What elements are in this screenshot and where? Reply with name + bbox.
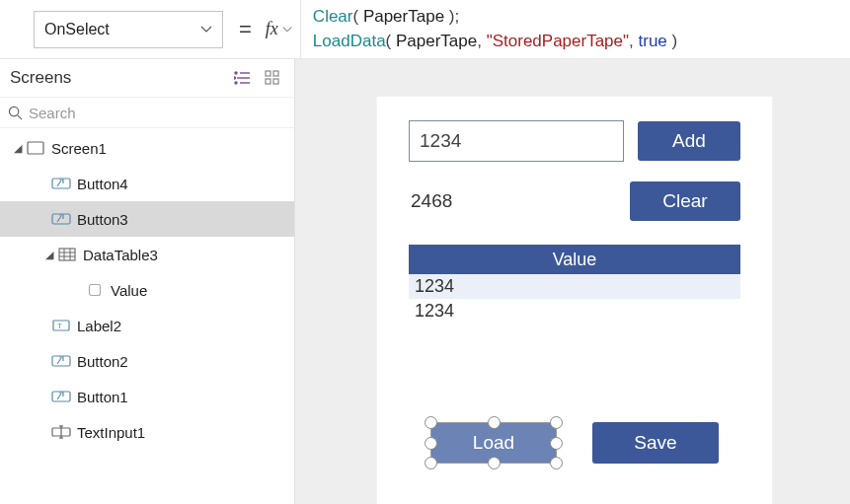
search-input[interactable]	[29, 105, 286, 121]
svg-rect-20	[90, 285, 101, 296]
chevron-down-icon	[200, 24, 212, 36]
collapse-icon[interactable]: ◢	[10, 142, 26, 155]
table-row[interactable]: 1234	[409, 299, 740, 324]
tree-item-button4[interactable]: Button4	[0, 166, 294, 201]
save-label: Save	[634, 432, 676, 454]
textinput-icon	[51, 424, 71, 440]
tree-label: Button1	[77, 389, 128, 405]
property-name: OnSelect	[44, 21, 110, 38]
resize-handle[interactable]	[550, 457, 563, 469]
tree-item-button3[interactable]: Button3	[0, 201, 294, 237]
search-icon	[8, 106, 23, 120]
button-icon	[51, 389, 71, 404]
tree-label: Button4	[77, 176, 128, 192]
svg-rect-15	[59, 249, 75, 260]
tree-item-datatable3[interactable]: ◢ DataTable3	[0, 237, 294, 272]
save-button[interactable]: Save	[592, 422, 719, 464]
load-label: Load	[473, 432, 514, 454]
svg-point-3	[235, 72, 237, 74]
grid-view-icon[interactable]	[261, 66, 284, 90]
tree-item-button1[interactable]: Button1	[0, 379, 294, 414]
clear-label: Clear	[662, 190, 707, 212]
table-row[interactable]: 1234	[409, 274, 740, 299]
table-header[interactable]: Value	[409, 245, 740, 274]
label-icon: T	[51, 318, 71, 333]
svg-rect-9	[273, 79, 278, 84]
screens-title: Screens	[10, 68, 225, 88]
tree-label: TextInput1	[77, 424, 145, 441]
resize-handle[interactable]	[488, 416, 501, 429]
add-label: Add	[672, 130, 706, 152]
button-icon	[51, 211, 71, 227]
fx-icon: fx	[266, 19, 278, 39]
collapse-icon[interactable]: ◢	[41, 249, 57, 261]
search-row	[0, 97, 294, 128]
datatable-icon	[57, 247, 77, 262]
resize-handle[interactable]	[425, 457, 437, 469]
add-button[interactable]: Add	[638, 121, 740, 161]
selected-load-button[interactable]: Load	[430, 422, 557, 464]
canvas[interactable]: Add 2468 Clear Value 1234 1234 Load	[295, 59, 850, 504]
table-header-label: Value	[553, 250, 597, 270]
tree-panel: Screens ◢ S	[0, 59, 295, 504]
svg-point-5	[235, 82, 237, 84]
sum-label: 2468	[409, 190, 630, 212]
formula-bar: OnSelect = fx Clear( PaperTape ); LoadDa…	[0, 0, 850, 59]
cell: 1234	[415, 276, 454, 296]
tree-label: DataTable3	[83, 247, 158, 263]
svg-rect-8	[266, 79, 270, 84]
tree-label: Button3	[77, 211, 128, 228]
screens-header: Screens	[0, 59, 294, 97]
svg-line-11	[18, 114, 22, 118]
tree-label: Label2	[77, 318, 121, 334]
svg-text:T: T	[57, 322, 62, 330]
tree-label: Value	[111, 282, 147, 299]
formula-input[interactable]: Clear( PaperTape ); LoadData( PaperTape,…	[300, 0, 850, 59]
equals-sign: =	[239, 17, 252, 42]
resize-handle[interactable]	[488, 457, 501, 469]
screen-icon	[26, 140, 45, 156]
cell: 1234	[415, 301, 454, 321]
tree-item-screen1[interactable]: ◢ Screen1	[0, 130, 294, 166]
number-input[interactable]	[409, 120, 624, 162]
resize-handle[interactable]	[550, 437, 563, 450]
svg-rect-12	[28, 142, 43, 154]
tree-item-button2[interactable]: Button2	[0, 343, 294, 379]
tree: ◢ Screen1 Button4 Button3	[0, 128, 294, 450]
tree-view-icon[interactable]	[231, 66, 255, 90]
tree-label: Button2	[77, 353, 128, 370]
svg-point-4	[234, 77, 236, 79]
tree-item-value[interactable]: Value	[0, 272, 294, 308]
tree-label: Screen1	[51, 140, 107, 157]
column-icon	[85, 282, 105, 298]
resize-handle[interactable]	[425, 437, 437, 450]
value-table: Value 1234 1234	[409, 245, 740, 324]
app-screen: Add 2468 Clear Value 1234 1234 Load	[377, 97, 772, 504]
property-selector[interactable]: OnSelect	[34, 11, 223, 48]
clear-button[interactable]: Clear	[630, 181, 740, 221]
resize-handle[interactable]	[550, 416, 563, 429]
tree-item-label2[interactable]: T Label2	[0, 308, 294, 343]
svg-point-10	[9, 107, 18, 115]
button-icon	[51, 353, 71, 369]
svg-rect-6	[266, 71, 270, 76]
fx-label[interactable]: fx	[266, 19, 292, 39]
svg-rect-7	[273, 71, 278, 76]
button-icon	[51, 176, 71, 191]
resize-handle[interactable]	[425, 416, 437, 429]
tree-item-textinput1[interactable]: TextInput1	[0, 414, 294, 450]
